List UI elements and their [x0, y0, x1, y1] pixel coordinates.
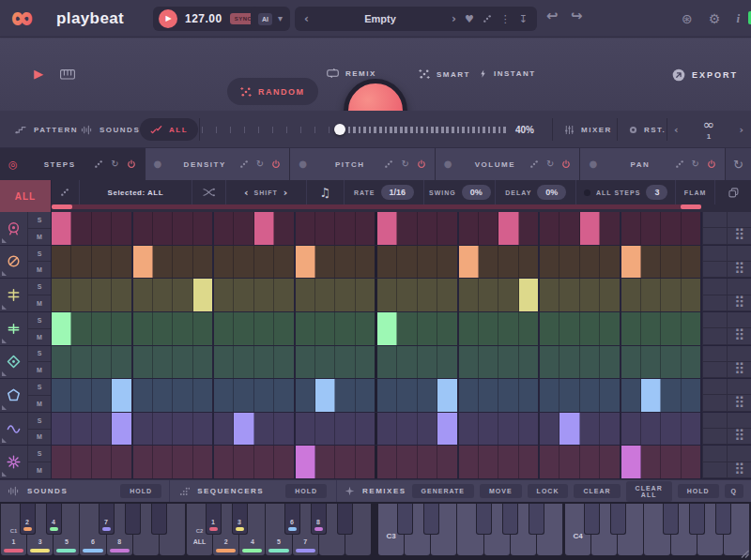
step-cell[interactable] — [540, 279, 559, 311]
shift-left-button[interactable]: ‹ — [244, 188, 249, 198]
clear-track-button[interactable] — [702, 312, 727, 328]
step-cell[interactable] — [418, 379, 437, 412]
step-cell[interactable] — [437, 279, 458, 311]
track-icon-cell[interactable] — [0, 446, 28, 478]
mute-button[interactable]: M — [28, 462, 51, 478]
all-tracks-button[interactable]: ALL — [0, 180, 52, 212]
step-cell[interactable] — [193, 312, 214, 345]
random-mode-button[interactable]: RANDOM — [227, 78, 318, 105]
step-cell[interactable] — [173, 379, 192, 412]
piano-key-black[interactable] — [610, 504, 626, 535]
step-cell[interactable] — [377, 379, 397, 412]
step-cell[interactable] — [153, 446, 173, 478]
clear-track-button[interactable] — [702, 379, 727, 395]
tab-volume[interactable]: ● VOLUME ↻ — [436, 148, 581, 180]
step-cell[interactable] — [519, 346, 540, 379]
step-cell[interactable] — [214, 312, 234, 345]
piano-key-black[interactable]: 6 — [284, 504, 300, 535]
step-cell[interactable] — [274, 413, 295, 446]
step-cell[interactable] — [133, 346, 153, 379]
step-cell[interactable] — [559, 346, 579, 379]
step-cell[interactable] — [479, 413, 498, 446]
clear-track-button[interactable] — [702, 346, 727, 362]
slider-handle[interactable] — [334, 124, 345, 135]
dice-icon[interactable] — [529, 159, 539, 169]
step-cell[interactable] — [479, 446, 498, 478]
step-cell[interactable] — [437, 312, 458, 345]
step-cell[interactable] — [600, 312, 621, 345]
step-cell[interactable] — [397, 279, 417, 311]
solo-button[interactable]: S — [28, 279, 51, 295]
step-cell[interactable] — [173, 312, 192, 345]
step-cell[interactable] — [153, 379, 173, 412]
step-cell[interactable] — [397, 346, 417, 379]
power-icon[interactable] — [271, 159, 281, 169]
note-values-button[interactable]: ♫ — [307, 180, 345, 204]
community-icon[interactable]: ⊛ — [682, 12, 693, 25]
export-button[interactable]: EXPORT — [672, 68, 738, 82]
step-cell[interactable] — [559, 279, 579, 311]
sounds-hold-button[interactable]: HOLD — [120, 484, 161, 498]
step-cell[interactable] — [621, 379, 641, 412]
step-cell[interactable] — [519, 413, 540, 446]
expand-triangle-icon[interactable] — [2, 472, 7, 477]
step-cell[interactable] — [540, 413, 559, 446]
step-cell[interactable] — [498, 212, 518, 245]
step-cell[interactable] — [540, 379, 559, 412]
step-cell[interactable] — [92, 346, 112, 379]
step-cell[interactable] — [52, 246, 71, 279]
step-cell[interactable] — [315, 246, 335, 279]
step-cell[interactable] — [52, 379, 71, 412]
tab-steps[interactable]: ◎ STEPS ↻ — [0, 148, 146, 180]
loop-start-handle[interactable] — [52, 204, 72, 209]
step-cell[interactable] — [214, 413, 234, 446]
step-cell[interactable] — [559, 312, 579, 345]
solo-button[interactable]: S — [28, 212, 51, 229]
step-cell[interactable] — [296, 446, 315, 478]
step-cell[interactable] — [418, 212, 437, 245]
step-cell[interactable] — [274, 212, 295, 245]
mute-button[interactable]: M — [28, 329, 51, 345]
step-cell[interactable] — [437, 246, 458, 279]
step-cell[interactable] — [580, 379, 600, 412]
step-cell[interactable] — [498, 346, 518, 379]
flow-slider[interactable] — [202, 124, 506, 135]
step-cell[interactable] — [296, 246, 315, 279]
step-cell[interactable] — [52, 446, 71, 478]
clear-track-button[interactable] — [702, 246, 727, 262]
preset-random-icon[interactable] — [483, 14, 492, 23]
step-cell[interactable] — [580, 212, 600, 245]
sounds-view-button[interactable]: SOUNDS — [81, 111, 140, 148]
track-sliders-button[interactable] — [702, 328, 727, 344]
flam-button[interactable]: FLAM — [676, 180, 715, 204]
step-cell[interactable] — [377, 246, 397, 279]
step-cell[interactable] — [335, 312, 355, 345]
step-cell[interactable] — [214, 246, 234, 279]
track-drag-handle[interactable]: ⠿ — [727, 295, 751, 311]
solo-button[interactable]: S — [28, 246, 51, 263]
step-cell[interactable] — [377, 413, 397, 446]
step-cell[interactable] — [153, 212, 173, 245]
step-cell[interactable] — [641, 446, 661, 478]
step-cell[interactable] — [112, 246, 132, 279]
step-cell[interactable] — [519, 379, 540, 412]
step-cell[interactable] — [661, 279, 681, 311]
step-cell[interactable] — [52, 279, 71, 311]
step-cell[interactable] — [214, 446, 234, 478]
step-cell[interactable] — [133, 246, 153, 279]
step-cell[interactable] — [459, 346, 479, 379]
step-cell[interactable] — [52, 312, 71, 345]
dice-icon[interactable] — [94, 159, 103, 169]
expand-triangle-icon[interactable] — [2, 238, 7, 243]
step-cell[interactable] — [641, 379, 661, 412]
lock-button[interactable]: LOCK — [528, 484, 569, 498]
step-cell[interactable] — [335, 446, 355, 478]
step-cell[interactable] — [580, 346, 600, 379]
step-cell[interactable] — [621, 312, 641, 345]
all-view-button[interactable]: ALL — [140, 118, 198, 141]
step-cell[interactable] — [600, 212, 621, 245]
step-cell[interactable] — [498, 246, 518, 279]
step-cell[interactable] — [682, 246, 702, 279]
track-sliders-button[interactable] — [702, 462, 727, 478]
track-icon-cell[interactable] — [0, 279, 28, 311]
